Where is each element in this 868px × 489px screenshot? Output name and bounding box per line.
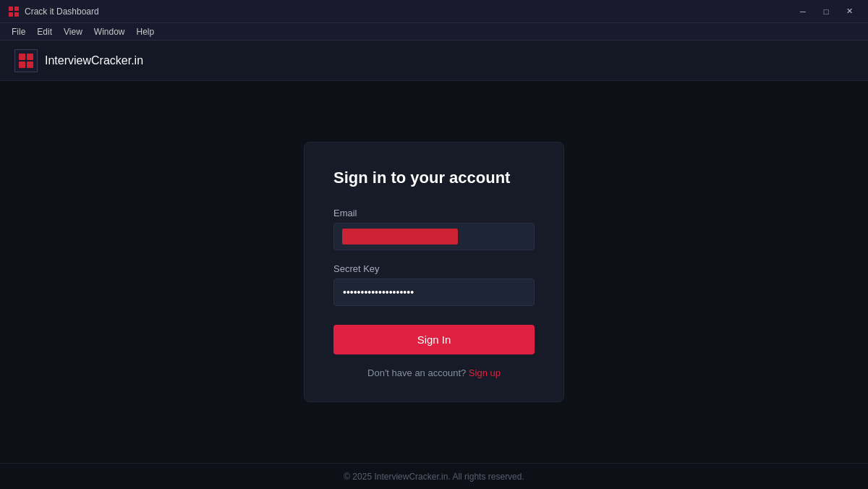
logo-icon xyxy=(14,49,38,72)
svg-rect-0 xyxy=(9,7,13,11)
svg-rect-1 xyxy=(14,7,19,11)
svg-rect-2 xyxy=(9,12,13,17)
menu-bar: File Edit View Window Help xyxy=(0,23,868,41)
email-input[interactable] xyxy=(333,223,535,250)
logo-cell-2 xyxy=(27,54,33,60)
svg-rect-3 xyxy=(14,12,19,17)
email-form-group: Email xyxy=(333,208,535,250)
menu-window[interactable]: Window xyxy=(88,23,131,40)
close-button[interactable]: ✕ xyxy=(839,4,859,19)
email-label: Email xyxy=(333,208,535,218)
logo-cell-1 xyxy=(19,54,25,60)
secret-key-form-group: Secret Key xyxy=(333,263,535,306)
signup-link[interactable]: Sign up xyxy=(469,367,501,378)
app-icon xyxy=(9,7,19,17)
logo-text: InterviewCracker.in xyxy=(45,54,143,67)
menu-help[interactable]: Help xyxy=(131,23,161,40)
title-bar-controls: ─ □ ✕ xyxy=(793,4,859,19)
app-header: InterviewCracker.in xyxy=(0,41,868,81)
logo-cell-3 xyxy=(19,61,25,68)
signup-text: Don't have an account? Sign up xyxy=(333,367,535,378)
maximize-button[interactable]: □ xyxy=(816,4,836,19)
title-bar-title: Crack it Dashboard xyxy=(25,7,99,17)
no-account-text: Don't have an account? xyxy=(367,367,466,378)
menu-file[interactable]: File xyxy=(6,23,31,40)
signin-title: Sign in to your account xyxy=(333,169,535,187)
main-content: Sign in to your account Email Secret Key… xyxy=(0,81,868,463)
secret-key-label: Secret Key xyxy=(333,263,535,274)
footer-text: © 2025 InterviewCracker.in. All rights r… xyxy=(344,472,524,482)
title-bar: Crack it Dashboard ─ □ ✕ xyxy=(0,0,868,23)
logo-grid xyxy=(19,54,33,68)
logo-cell-4 xyxy=(27,61,33,68)
minimize-button[interactable]: ─ xyxy=(793,4,813,19)
email-input-wrapper xyxy=(333,223,535,250)
signin-button[interactable]: Sign In xyxy=(333,325,535,354)
menu-view[interactable]: View xyxy=(58,23,88,40)
secret-key-input[interactable] xyxy=(333,278,535,306)
title-bar-left: Crack it Dashboard xyxy=(9,7,99,17)
logo-container: InterviewCracker.in xyxy=(14,49,143,72)
menu-edit[interactable]: Edit xyxy=(31,23,58,40)
signin-card: Sign in to your account Email Secret Key… xyxy=(304,142,564,402)
footer: © 2025 InterviewCracker.in. All rights r… xyxy=(0,463,868,489)
